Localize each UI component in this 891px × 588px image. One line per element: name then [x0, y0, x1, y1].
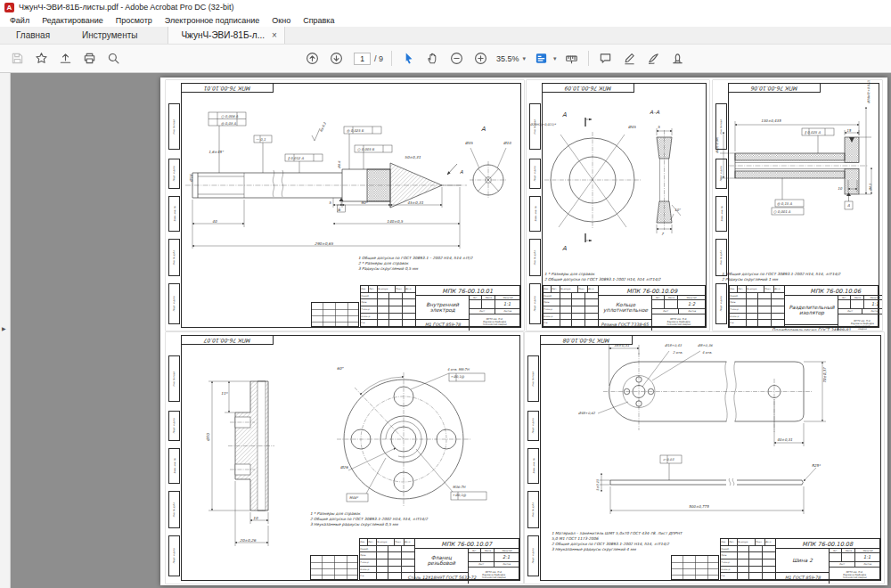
- drawing-sheet: МПК 76-00.10.07 1 * Размеры для справок2…: [166, 332, 523, 584]
- nav-pane-toggle-icon[interactable]: ▶: [2, 325, 6, 331]
- dimension-label: Ø70: [206, 433, 210, 441]
- stamp-tool-button[interactable]: [666, 48, 690, 69]
- title-block: Изм.Лист№ докум.Подп.ДатаРазраб.Пров.Т.к…: [543, 285, 706, 327]
- share-button[interactable]: [53, 48, 78, 69]
- toolbar-divider: [391, 51, 392, 66]
- dimension-label: Ø4,5: [869, 184, 872, 191]
- next-page-button[interactable]: [324, 48, 348, 69]
- page-display-button[interactable]: [529, 48, 553, 69]
- dimension-label: М48*: [349, 495, 358, 500]
- part-material: М1 ГОСТ 859-78: [776, 573, 829, 584]
- measure-tool-button[interactable]: [560, 48, 584, 69]
- title-block-signatures: Изм.Лист№ докум.Подп.ДатаРазраб.Пров.Т.к…: [360, 539, 415, 579]
- plus-circle-icon: [474, 52, 487, 65]
- close-tab-icon[interactable]: ×: [272, 30, 277, 40]
- dimension-label: ○ 0,005 Б: [357, 147, 374, 151]
- dimension-label: ∥ 0,012 А: [288, 156, 304, 160]
- comment-tool-button[interactable]: [593, 48, 617, 69]
- menu-item-2[interactable]: Просмотр: [110, 16, 159, 25]
- margin-stamp-box: Подп. и дата: [529, 283, 541, 324]
- pdf-page[interactable]: МПК 76-00.10.01 1 Общие допуски по ГОСТ …: [160, 78, 887, 585]
- previous-page-button[interactable]: [300, 48, 324, 69]
- margin-stamp-box: Подп. и дата: [715, 159, 727, 189]
- margin-stamp-box: Подп. и дата: [168, 535, 180, 576]
- zoom-in-button[interactable]: [469, 48, 493, 69]
- dimension-label: А: [460, 169, 463, 176]
- dimension-label: Ø8+0,36: [698, 343, 713, 347]
- menu-item-5[interactable]: Справка: [297, 16, 340, 25]
- dimension-label: 40±0,31: [777, 437, 792, 442]
- page-number-input[interactable]: [354, 53, 371, 65]
- dimension-label: 1,6×45°: [208, 150, 224, 154]
- margin-stamp-box: Подп. и дата: [715, 283, 727, 324]
- drawing-code: МПК 76-00.10.06: [785, 286, 882, 296]
- stamp-extra-grid: [671, 555, 719, 580]
- save-button[interactable]: [5, 48, 29, 69]
- tab-document[interactable]: ЧжунЧ-ЭВИ-81Б-л... ×: [168, 27, 284, 44]
- sheet-notes: 1 Общие допуски по ГОСТ 30893.1 – 2002 Н…: [358, 255, 510, 272]
- dimension-label: 140±0,5: [387, 219, 403, 224]
- dimension-label: Ø35: [465, 141, 473, 145]
- save-icon: [11, 52, 24, 65]
- sheet-code-rotated: МПК 76-00.10.06: [728, 83, 821, 93]
- title-block: Изм.Лист№ докум.Подп.ДатаРазраб.Пров.Т.к…: [359, 538, 519, 580]
- margin-stamp-box: Подп. и дата: [168, 159, 180, 189]
- print-button[interactable]: [78, 48, 102, 69]
- dimension-label: 50±0,31: [405, 155, 421, 159]
- select-tool-button[interactable]: [396, 48, 421, 69]
- arrow-up-circle-icon: [306, 52, 319, 65]
- zoom-out-button[interactable]: [445, 48, 469, 69]
- menu-item-4[interactable]: Окно: [266, 16, 297, 25]
- dimension-label: А: [847, 203, 850, 208]
- margin-stamp-box: Взам. инв. №: [527, 448, 539, 484]
- tab-home[interactable]: Главная: [0, 27, 66, 44]
- tab-bar: ГлавнаяИнструменты ЧжунЧ-ЭВИ-81Б-л... ×: [0, 27, 891, 45]
- dimension-label: А: [562, 244, 567, 251]
- drawing-sheet: МПК 76-00.10.09 1 * Размеры для справок2…: [527, 80, 709, 331]
- dimension-label: ○ 0,008 А: [221, 114, 238, 118]
- margin-stamp-box: Подп. и дата: [168, 283, 180, 324]
- dimension-label: 5: [329, 200, 331, 205]
- hand-icon: [426, 52, 439, 65]
- dimension-label: R25*: [812, 463, 821, 468]
- highlight-tool-button[interactable]: [617, 48, 642, 69]
- dimension-label: 10°: [674, 208, 681, 212]
- margin-stamp-box: Взам. инв. №: [168, 448, 180, 484]
- dimension-label: 10: [838, 186, 842, 191]
- pointer-icon: [402, 52, 415, 65]
- search-button[interactable]: [102, 48, 126, 69]
- menu-item-1[interactable]: Редактирование: [36, 16, 110, 25]
- title-block: Изм.Лист№ докум.Подп.ДатаРазраб.Пров.Т.к…: [360, 285, 520, 327]
- fill-sign-button[interactable]: [642, 48, 666, 69]
- margin-stamp-box: Инв. № подл.: [168, 355, 180, 402]
- margin-stamp-box: Взам. инв. №: [168, 196, 180, 232]
- margin-stamp-box: Взам. инв. №: [715, 196, 727, 232]
- dimension-label: ◎ 0,025 Б: [347, 128, 364, 133]
- part-material: Полиформальдегид ГОСТ 24888-81: [785, 325, 838, 331]
- dimension-label: 4 отв. М8-7Н: [447, 367, 469, 372]
- menu-item-0[interactable]: Файл: [4, 16, 36, 25]
- navigation-pane-rail[interactable]: ▶: [0, 73, 11, 588]
- dimension-label: Ø10: [503, 141, 511, 145]
- zoom-level-dropdown[interactable]: 35.5% ▾: [496, 54, 526, 63]
- margin-stamp-box: Взам. инв. №: [529, 196, 541, 232]
- dimension-label: 90*: [361, 200, 367, 205]
- tab-tools[interactable]: Инструменты: [66, 27, 153, 44]
- comment-icon: [599, 52, 612, 65]
- stamp-icon: [671, 52, 684, 65]
- margin-stamp-box: Инв. № подл.: [527, 355, 539, 402]
- menu-item-3[interactable]: Электронное подписание: [159, 16, 266, 25]
- dimension-label: А: [481, 125, 486, 132]
- ruler-icon: [565, 52, 578, 65]
- hand-tool-button[interactable]: [421, 48, 445, 69]
- dimension-label: — 0,1: [256, 137, 266, 142]
- toolbar: / 9 35.5% ▾ ▾: [0, 45, 891, 73]
- organization: МГТУ им. Н.Э. Баумана Кафедра технологий…: [830, 567, 879, 584]
- document-tab-label: ЧжунЧ-ЭВИ-81Б-л...: [181, 30, 265, 40]
- title-block: Изм.Лист№ докум.Подп.ДатаРазраб.Пров.Т.к…: [729, 285, 879, 327]
- scale-value: 1:1: [838, 300, 882, 309]
- chevron-down-icon[interactable]: ▾: [553, 55, 557, 62]
- dimension-label: 130±0,435: [761, 118, 781, 123]
- star-button[interactable]: [29, 48, 53, 69]
- title-block-signatures: Изм.Лист№ докум.Подп.ДатаРазраб.Пров.Т.к…: [361, 286, 416, 326]
